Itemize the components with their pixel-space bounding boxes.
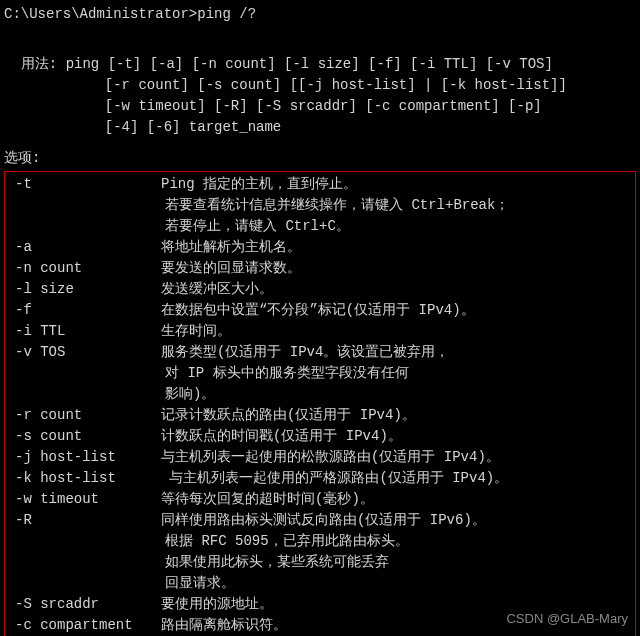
usage-label: 用法: — [21, 56, 57, 72]
option-flag: -w timeout — [11, 489, 161, 510]
command-prompt: C:\Users\Administrator>ping /? — [4, 4, 636, 25]
option-flag: -l size — [11, 279, 161, 300]
option-desc-cont: 若要停止，请键入 Ctrl+C。 — [11, 216, 629, 237]
usage-line-3: [-4] [-6] target_name — [63, 119, 281, 135]
option-desc-cont: 若要查看统计信息并继续操作，请键入 Ctrl+Break； — [11, 195, 629, 216]
option-desc-cont: 回显请求。 — [11, 573, 629, 594]
option-row: -w timeout等待每次回复的超时时间(毫秒)。 — [11, 489, 629, 510]
option-flag: -s count — [11, 426, 161, 447]
option-row: -a将地址解析为主机名。 — [11, 237, 629, 258]
option-flag: -j host-list — [11, 447, 161, 468]
option-flag: -R — [11, 510, 161, 531]
option-flag: -r count — [11, 405, 161, 426]
option-desc: 发送缓冲区大小。 — [161, 279, 629, 300]
option-desc-cont: 影响)。 — [11, 384, 629, 405]
option-desc: 要发送的回显请求数。 — [161, 258, 629, 279]
options-box: -tPing 指定的主机，直到停止。若要查看统计信息并继续操作，请键入 Ctrl… — [4, 171, 636, 636]
option-desc: 服务类型(仅适用于 IPv4。该设置已被弃用， — [161, 342, 629, 363]
option-flag: -S srcaddr — [11, 594, 161, 615]
option-row: -tPing 指定的主机，直到停止。 — [11, 174, 629, 195]
option-desc: 将地址解析为主机名。 — [161, 237, 629, 258]
option-desc: 与主机列表一起使用的严格源路由(仅适用于 IPv4)。 — [161, 468, 629, 489]
option-desc: 同样使用路由标头测试反向路由(仅适用于 IPv6)。 — [161, 510, 629, 531]
option-flag: -n count — [11, 258, 161, 279]
usage-line-1: [-r count] [-s count] [[-j host-list] | … — [63, 77, 567, 93]
option-desc: 与主机列表一起使用的松散源路由(仅适用于 IPv4)。 — [161, 447, 629, 468]
option-desc-cont: 如果使用此标头，某些系统可能丢弃 — [11, 552, 629, 573]
watermark-text: CSDN @GLAB-Mary — [506, 609, 628, 629]
option-desc: 记录计数跃点的路由(仅适用于 IPv4)。 — [161, 405, 629, 426]
usage-block: 用法: ping [-t] [-a] [-n count] [-l size] … — [4, 33, 636, 138]
option-flag: -v TOS — [11, 342, 161, 363]
option-desc-cont: 对 IP 标头中的服务类型字段没有任何 — [11, 363, 629, 384]
option-desc: 计数跃点的时间戳(仅适用于 IPv4)。 — [161, 426, 629, 447]
option-row: -k host-list 与主机列表一起使用的严格源路由(仅适用于 IPv4)。 — [11, 468, 629, 489]
option-row: -f在数据包中设置“不分段”标记(仅适用于 IPv4)。 — [11, 300, 629, 321]
option-row: -v TOS服务类型(仅适用于 IPv4。该设置已被弃用， — [11, 342, 629, 363]
option-flag: -f — [11, 300, 161, 321]
option-desc-cont: 根据 RFC 5095，已弃用此路由标头。 — [11, 531, 629, 552]
option-row: -s count计数跃点的时间戳(仅适用于 IPv4)。 — [11, 426, 629, 447]
usage-line-2: [-w timeout] [-R] [-S srcaddr] [-c compa… — [63, 98, 542, 114]
option-flag: -k host-list — [11, 468, 161, 489]
option-desc: 在数据包中设置“不分段”标记(仅适用于 IPv4)。 — [161, 300, 629, 321]
option-flag: -i TTL — [11, 321, 161, 342]
option-desc: 等待每次回复的超时时间(毫秒)。 — [161, 489, 629, 510]
option-flag: -t — [11, 174, 161, 195]
usage-line-0: ping [-t] [-a] [-n count] [-l size] [-f]… — [66, 56, 553, 72]
options-label: 选项: — [4, 148, 636, 169]
option-row: -r count记录计数跃点的路由(仅适用于 IPv4)。 — [11, 405, 629, 426]
option-flag: -a — [11, 237, 161, 258]
option-row: -i TTL生存时间。 — [11, 321, 629, 342]
option-desc: Ping 指定的主机，直到停止。 — [161, 174, 629, 195]
option-row: -l size发送缓冲区大小。 — [11, 279, 629, 300]
option-desc: 生存时间。 — [161, 321, 629, 342]
option-row: -R同样使用路由标头测试反向路由(仅适用于 IPv6)。 — [11, 510, 629, 531]
option-row: -n count要发送的回显请求数。 — [11, 258, 629, 279]
option-row: -j host-list与主机列表一起使用的松散源路由(仅适用于 IPv4)。 — [11, 447, 629, 468]
option-flag: -c compartment — [11, 615, 161, 636]
